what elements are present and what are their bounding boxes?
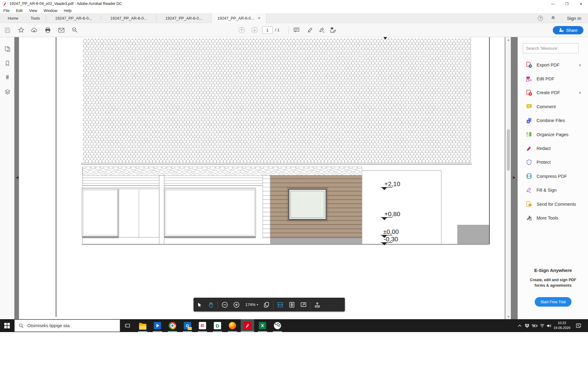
email-button[interactable] [56,25,66,35]
tools-search-input[interactable] [523,43,579,53]
task-view-button[interactable] [123,322,131,330]
measure-tool-button[interactable] [311,298,323,312]
print-button[interactable] [43,25,53,35]
save-button[interactable] [2,25,12,35]
menu-file[interactable]: File [3,9,9,13]
fit-page-button[interactable] [286,298,298,312]
bookmarks-button[interactable] [3,59,11,67]
hand-tool-button[interactable] [205,298,217,312]
tool-label: Edit PDF [537,76,554,81]
layers-button[interactable] [3,88,11,96]
scrollbar-thumb[interactable] [507,129,510,171]
tab-home[interactable]: Home [4,13,22,23]
zoom-level-value[interactable]: 174% [242,302,257,307]
start-free-trial-button[interactable]: Start Free Trial [535,297,571,307]
page-thumbnails-button[interactable] [3,45,11,53]
cursor-icon [197,302,202,308]
previous-page-button[interactable] [237,25,247,35]
tab-close-icon[interactable]: × [258,16,260,21]
taskbar-paint[interactable] [273,322,281,330]
taskbar-digidoc-id[interactable]: iD [198,322,206,330]
tool-create-pdf[interactable]: Create PDF ∨ [518,86,588,100]
action-center-button[interactable] [575,322,582,330]
close-button[interactable]: ✕ [574,0,588,8]
taskbar-acrobat-active[interactable] [241,319,254,332]
tray-volume[interactable] [545,322,553,330]
page-number-input[interactable] [262,26,273,34]
zoom-in-button[interactable] [231,298,242,312]
help-icon[interactable]: ? [538,16,543,21]
menu-edit[interactable]: Edit [16,9,23,13]
start-button[interactable] [3,322,11,330]
taskbar-search-input[interactable] [27,323,110,328]
collapse-left-panel-arrow[interactable]: ◀ [15,174,20,181]
collapse-right-panel-arrow[interactable]: ▶ [512,174,517,181]
tray-dropbox[interactable] [523,322,531,330]
favorites-button[interactable] [16,25,26,35]
taskbar-search[interactable] [14,319,120,332]
tool-send-for-comments[interactable]: Send for Comments [518,197,588,211]
tab-document-4-active[interactable]: 19247_PP_AR-6-0... × [211,13,266,23]
maximize-button[interactable]: ❐ [560,0,574,8]
tool-export-pdf[interactable]: Export PDF ∨ [518,58,588,72]
scroll-up-arrow[interactable]: ▲ [506,37,511,42]
taskbar-movies-tv[interactable] [153,322,161,330]
taskbar-chrome[interactable] [168,322,176,330]
fill-sign-tool-button[interactable] [317,25,327,35]
zoom-caret-icon[interactable]: ▾ [257,303,261,306]
next-page-button[interactable] [250,25,259,35]
tool-fill-sign[interactable]: Fill & Sign [518,183,588,197]
select-tool-button[interactable] [194,298,205,312]
minimize-button[interactable]: — [546,0,560,8]
tab-tools[interactable]: Tools [24,13,46,23]
tab-document-2[interactable]: 19247_PP_AR-6-0... [101,13,156,23]
scroll-down-arrow[interactable]: ▼ [506,314,511,319]
cloud-upload-button[interactable] [29,25,39,35]
tool-protect[interactable]: Protect [518,155,588,169]
tool-comment[interactable]: Comment [518,100,588,113]
attachments-button[interactable] [3,73,11,81]
taskbar-file-explorer[interactable] [139,323,147,331]
tool-organize-pages[interactable]: Organize Pages [518,128,588,141]
zoom-in-icon [233,301,240,308]
taskbar-digidoc[interactable]: D [213,322,221,330]
tool-compress-pdf[interactable]: Compress PDF [518,169,588,183]
tool-redact[interactable]: Redact [518,141,588,155]
fullscreen-button[interactable] [298,298,309,312]
menu-view[interactable]: View [29,9,37,13]
share-button[interactable]: Share [553,26,583,34]
taskbar-firefox[interactable] [228,322,236,330]
windows-taskbar: O iD D X [0,319,588,332]
tray-clock[interactable]: 10:22 19.06.2020 [552,320,571,330]
zoom-out-button[interactable] [219,298,231,312]
taskbar-outlook[interactable]: O [183,322,191,330]
page-display-button[interactable] [261,298,272,312]
tray-chevron-up[interactable] [516,322,524,330]
clock-time: 10:22 [552,320,571,325]
tray-battery[interactable] [531,322,539,330]
tool-combine-files[interactable]: Combine Files [518,114,588,128]
tab-document-3[interactable]: 19247_PP_AR-6-0... [156,13,211,23]
combine-files-icon [526,117,532,124]
fit-width-button[interactable] [274,298,286,312]
comment-bubble-icon [293,27,300,33]
highlight-tool-button[interactable] [305,25,315,35]
chevron-down-icon[interactable]: ∨ [579,63,581,67]
taskbar-excel[interactable]: X [258,322,266,330]
chevron-down-icon[interactable]: ∨ [579,90,581,95]
send-comments-icon [526,201,532,207]
menu-window[interactable]: Window [44,9,57,13]
document-viewport[interactable]: +2,10 +0,80 ±0,00 -0,30 ◀ ▶ ▲ [14,37,518,319]
vertical-scrollbar[interactable]: ▲ ▼ [505,37,511,319]
tool-more-tools[interactable]: More Tools [518,211,588,225]
notifications-bell-icon[interactable] [550,15,556,21]
tool-edit-pdf[interactable]: Edit PDF [518,72,588,86]
stamp-tool-button[interactable] [328,25,338,35]
menu-help[interactable]: Help [64,9,72,13]
tool-label: Protect [537,160,551,165]
sign-in-button[interactable]: Sign In [567,16,581,21]
left-sidebar [0,37,14,319]
tab-document-1[interactable]: 19247_PP_AR-6-0... [46,13,101,23]
comment-tool-button[interactable] [292,25,301,35]
marquee-zoom-button[interactable] [70,25,80,35]
